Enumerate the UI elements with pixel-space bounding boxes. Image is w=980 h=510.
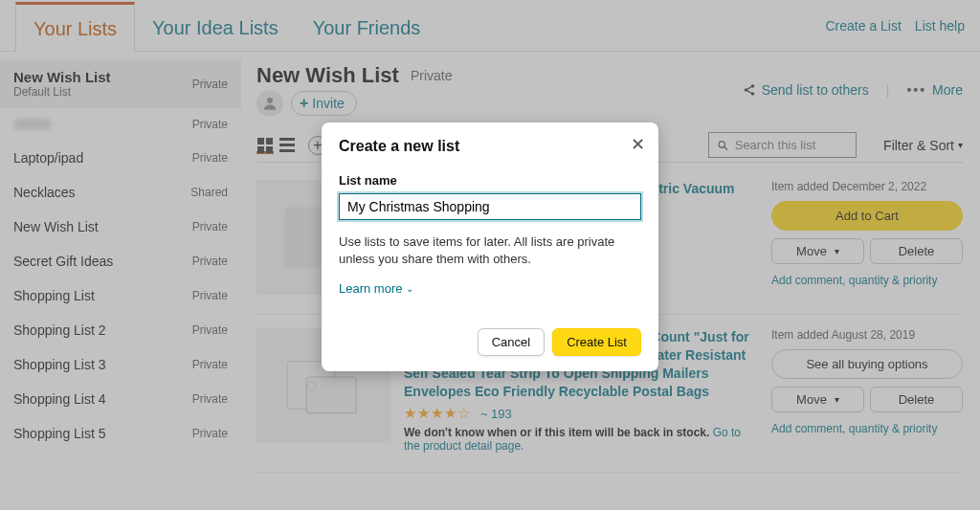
list-name-label: List name bbox=[339, 173, 397, 188]
modal-hint: Use lists to save items for later. All l… bbox=[339, 233, 641, 268]
create-list-button[interactable]: Create List bbox=[552, 328, 641, 356]
modal-title: Create a new list bbox=[339, 138, 641, 155]
close-icon[interactable]: ✕ bbox=[631, 134, 645, 155]
chevron-down-icon: ⌄ bbox=[406, 283, 413, 294]
modal-overlay[interactable]: ✕ Create a new list List name Use lists … bbox=[0, 0, 980, 510]
list-name-input[interactable] bbox=[339, 193, 641, 220]
cancel-button[interactable]: Cancel bbox=[478, 328, 545, 356]
learn-more-link[interactable]: Learn more ⌄ bbox=[339, 281, 641, 296]
create-list-modal: ✕ Create a new list List name Use lists … bbox=[322, 122, 658, 371]
